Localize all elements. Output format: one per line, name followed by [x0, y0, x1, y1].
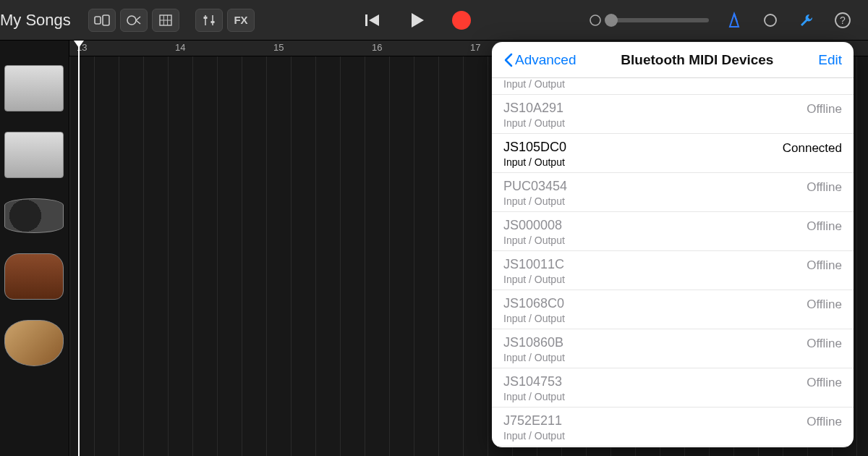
device-name: JS10A291 — [503, 101, 565, 116]
popover-header: Advanced Bluetooth MIDI Devices Edit — [492, 42, 854, 78]
edit-button[interactable]: Edit — [818, 52, 842, 68]
device-row[interactable]: Input / Output — [492, 78, 854, 95]
popover-title: Bluetooth MIDI Devices — [621, 52, 773, 68]
svg-point-14 — [590, 15, 600, 25]
device-status: Offline — [807, 374, 842, 390]
top-toolbar: My Songs FX — [0, 0, 868, 41]
device-name: J752E211 — [503, 413, 565, 428]
device-row[interactable]: PUC03454Input / OutputOffline — [492, 173, 854, 212]
svg-text:?: ? — [840, 14, 846, 26]
device-name: JS000008 — [503, 218, 565, 233]
device-row[interactable]: JS10011CInput / OutputOffline — [492, 251, 854, 290]
device-info: Input / Output — [503, 78, 565, 90]
device-info: JS10011CInput / Output — [503, 257, 565, 285]
device-name: PUC03454 — [503, 179, 567, 194]
track-thumb-congas[interactable] — [4, 253, 64, 300]
device-row[interactable]: JS000008Input / OutputOffline — [492, 212, 854, 251]
device-info: JS000008Input / Output — [503, 218, 565, 246]
volume-slider-knob[interactable] — [605, 14, 618, 27]
ruler-tick: 14 — [175, 42, 185, 53]
track-thumb-turntable[interactable] — [4, 198, 64, 233]
device-info: J752E211Input / Output — [503, 413, 565, 442]
songs-title[interactable]: My Songs — [0, 11, 72, 30]
metronome-button[interactable] — [723, 9, 745, 31]
master-volume[interactable] — [589, 14, 709, 27]
loop-icon — [126, 14, 142, 27]
svg-rect-0 — [95, 17, 101, 24]
svg-marker-13 — [412, 13, 424, 28]
svg-rect-10 — [211, 21, 215, 23]
mixer-button[interactable] — [195, 9, 223, 32]
device-status: Offline — [807, 296, 842, 312]
device-io-label: Input / Output — [503, 195, 567, 207]
grid-button[interactable] — [152, 9, 179, 32]
metronome-icon — [726, 12, 743, 29]
track-view-button[interactable] — [88, 9, 116, 32]
track-view-icon — [94, 14, 110, 26]
track-list — [0, 41, 69, 456]
device-io-label: Input / Output — [503, 235, 565, 246]
volume-slider-track[interactable] — [608, 18, 709, 22]
device-io-label: Input / Output — [503, 156, 566, 168]
settings-button[interactable] — [796, 9, 817, 31]
device-name: JS10860B — [503, 335, 565, 350]
help-button[interactable]: ? — [832, 9, 854, 31]
device-status: Offline — [807, 257, 842, 273]
device-name: JS10011C — [503, 257, 565, 272]
play-icon — [407, 11, 426, 30]
fx-button[interactable]: FX — [227, 9, 255, 32]
loop-browser-button[interactable] — [120, 9, 148, 32]
skip-back-icon — [363, 12, 380, 29]
svg-rect-1 — [103, 15, 109, 25]
device-io-label: Input / Output — [503, 391, 565, 402]
device-name: JS105DC0 — [503, 140, 566, 155]
ruler-tick: 16 — [372, 42, 382, 53]
grid-icon — [159, 14, 172, 26]
device-info: JS105DC0Input / Output — [503, 140, 566, 168]
device-io-label: Input / Output — [503, 352, 565, 363]
svg-line-15 — [734, 14, 737, 22]
device-info: JS10860BInput / Output — [503, 335, 565, 363]
device-status: Connected — [783, 140, 842, 156]
ruler-tick: 15 — [273, 42, 284, 53]
svg-rect-9 — [204, 17, 208, 19]
device-status: Offline — [807, 101, 842, 117]
ruler-tick: 17 — [470, 42, 480, 53]
transport-controls — [356, 4, 477, 36]
sliders-icon — [202, 14, 216, 27]
device-row[interactable]: JS10860BInput / OutputOffline — [492, 329, 854, 368]
device-row[interactable]: J752E211Input / OutputOffline — [492, 408, 854, 447]
record-button[interactable] — [446, 4, 477, 36]
device-status: Offline — [807, 335, 842, 351]
device-row[interactable]: JS104753Input / OutputOffline — [492, 368, 854, 408]
device-io-label: Input / Output — [503, 430, 565, 442]
device-list[interactable]: Input / OutputJS10A291Input / OutputOffl… — [492, 78, 854, 447]
playhead[interactable] — [78, 41, 80, 456]
device-row[interactable]: PUC02DF7Input / Output — [492, 447, 854, 447]
track-thumb-drum-machine-2[interactable] — [4, 132, 64, 178]
chevron-left-icon — [503, 52, 514, 68]
device-name: JS104753 — [503, 374, 565, 389]
device-io-label: Input / Output — [503, 117, 565, 129]
mixer-fx-group: FX — [195, 9, 255, 32]
track-thumb-drum-machine-1[interactable] — [4, 65, 64, 111]
back-button[interactable]: Advanced — [503, 52, 576, 68]
device-name: JS1068C0 — [503, 296, 565, 311]
tuner-button[interactable] — [760, 9, 781, 31]
svg-marker-12 — [369, 14, 379, 26]
device-io-label: Input / Output — [503, 78, 565, 90]
bluetooth-midi-popover: Advanced Bluetooth MIDI Devices Edit Inp… — [492, 42, 854, 447]
device-info: JS1068C0Input / Output — [503, 296, 565, 324]
go-to-start-button[interactable] — [356, 4, 388, 36]
device-row[interactable]: JS105DC0Input / OutputConnected — [492, 134, 854, 173]
play-button[interactable] — [401, 4, 433, 36]
help-icon: ? — [834, 12, 851, 29]
svg-point-2 — [127, 16, 136, 25]
device-row[interactable]: JS1068C0Input / OutputOffline — [492, 290, 854, 329]
device-row[interactable]: JS10A291Input / OutputOffline — [492, 95, 854, 134]
view-button-group — [88, 9, 179, 32]
volume-icon — [589, 14, 602, 27]
device-info: PUC03454Input / Output — [503, 179, 567, 207]
device-info: JS10A291Input / Output — [503, 101, 565, 129]
track-thumb-acoustic-guitar[interactable] — [4, 320, 64, 366]
